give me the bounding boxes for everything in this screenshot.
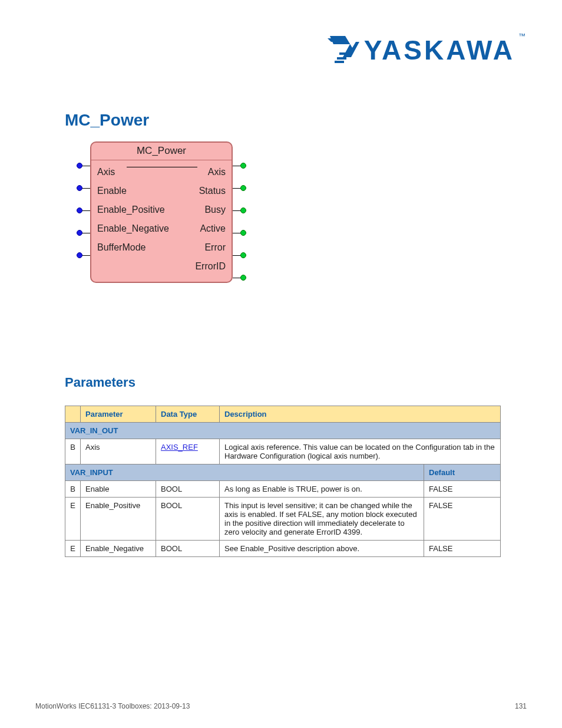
parameters-table: Parameter Data Type Description VAR_IN_O… xyxy=(65,406,501,557)
table-section-label: VAR_INPUT xyxy=(65,465,424,481)
logo-text: YASKAWA xyxy=(364,34,515,66)
parameters-heading: Parameters xyxy=(65,375,135,390)
fb-output-label: Error xyxy=(204,242,226,253)
input-port-icon xyxy=(77,207,82,213)
output-port-icon xyxy=(240,275,246,281)
table-cell: B xyxy=(65,439,81,465)
table-header-row: Parameter Data Type Description xyxy=(65,406,501,423)
table-cell: Enable_Negative xyxy=(81,541,156,557)
output-port-icon xyxy=(240,252,246,258)
input-port-icon xyxy=(77,185,82,191)
svg-rect-2 xyxy=(335,61,344,63)
fb-output-label: Status xyxy=(199,186,226,196)
table-cell: Enable xyxy=(81,481,156,498)
table-cell: BOOL xyxy=(156,498,220,541)
table-cell: AXIS_REF xyxy=(156,439,220,465)
output-port-icon xyxy=(240,185,246,191)
fb-input-label: Enable_Negative xyxy=(97,223,169,234)
table-header-cell xyxy=(65,406,81,423)
svg-rect-1 xyxy=(337,57,346,60)
axis-ref-link[interactable]: AXIS_REF xyxy=(161,443,198,452)
table-cell: Axis xyxy=(81,439,156,465)
function-block-diagram: MC_Power Axis Axis Enable Status Enable_… xyxy=(77,141,246,283)
fb-output-label: Busy xyxy=(204,205,226,215)
fb-input-label: Axis xyxy=(97,167,115,177)
fb-output-label: Active xyxy=(200,223,226,234)
table-row: E Enable_Positive BOOL This input is lev… xyxy=(65,498,501,541)
table-cell: B xyxy=(65,481,81,498)
table-section-row: VAR_IN_OUT xyxy=(65,423,501,439)
table-cell: E xyxy=(65,498,81,541)
function-block-box: MC_Power Axis Axis Enable Status Enable_… xyxy=(90,141,233,283)
table-header-cell: Parameter xyxy=(81,406,156,423)
fb-input-label: Enable xyxy=(97,186,127,196)
brand-logo: YASKAWA ™ xyxy=(328,34,527,66)
output-port-icon xyxy=(240,207,246,213)
table-cell: As long as Enable is TRUE, power is on. xyxy=(220,481,424,498)
fb-input-label: BufferMode xyxy=(97,242,146,253)
function-block-title: MC_Power xyxy=(91,143,232,160)
input-port-icon xyxy=(77,163,82,169)
table-cell: This input is level sensitive; it can be… xyxy=(220,498,424,541)
output-port-icon xyxy=(240,230,246,236)
table-cell: FALSE xyxy=(424,481,501,498)
fb-output-label: ErrorID xyxy=(195,261,226,272)
table-header-cell: Data Type xyxy=(156,406,220,423)
table-section-label: VAR_IN_OUT xyxy=(65,423,501,439)
footer-left-text: MotionWorks IEC61131-3 Toolboxes: 2013-0… xyxy=(35,702,190,710)
page-footer: MotionWorks IEC61131-3 Toolboxes: 2013-0… xyxy=(35,702,527,710)
table-cell: FALSE xyxy=(424,498,501,541)
table-row: E Enable_Negative BOOL See Enable_Positi… xyxy=(65,541,501,557)
fb-output-label: Axis xyxy=(208,167,226,177)
logo-mark-icon xyxy=(328,35,359,65)
input-port-icon xyxy=(77,252,82,258)
fb-input-label: Enable_Positive xyxy=(97,205,165,215)
table-section-label: Default xyxy=(424,465,501,481)
input-port-icon xyxy=(77,230,82,236)
svg-rect-0 xyxy=(339,52,349,55)
table-cell: FALSE xyxy=(424,541,501,557)
table-header-cell: Description xyxy=(220,406,501,423)
table-section-row: VAR_INPUT Default xyxy=(65,465,501,481)
table-cell: BOOL xyxy=(156,481,220,498)
table-cell: Enable_Positive xyxy=(81,498,156,541)
table-row: B Enable BOOL As long as Enable is TRUE,… xyxy=(65,481,501,498)
table-row: B Axis AXIS_REF Logical axis reference. … xyxy=(65,439,501,465)
page-title: MC_Power xyxy=(65,111,149,130)
table-cell: Logical axis reference. This value can b… xyxy=(220,439,501,465)
footer-page-number: 131 xyxy=(515,702,527,710)
table-cell: BOOL xyxy=(156,541,220,557)
table-cell: E xyxy=(65,541,81,557)
table-cell: See Enable_Positive description above. xyxy=(220,541,424,557)
trademark-icon: ™ xyxy=(518,32,525,40)
output-port-icon xyxy=(240,163,246,169)
